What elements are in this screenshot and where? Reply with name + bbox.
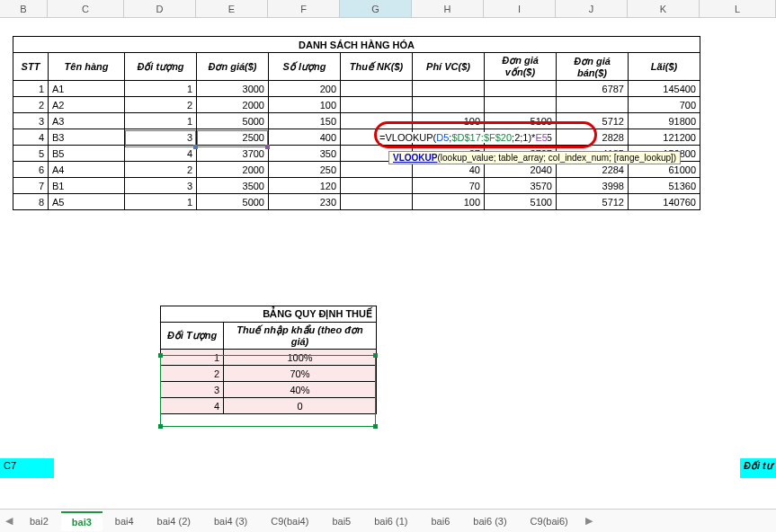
cell[interactable]: A4 — [49, 162, 125, 178]
cell[interactable]: 100 — [413, 113, 485, 129]
cell[interactable] — [413, 81, 485, 97]
cell[interactable]: 7 — [13, 178, 49, 194]
cell[interactable]: 120 — [269, 178, 341, 194]
sheet-tab[interactable]: bai2 — [19, 511, 59, 531]
cell[interactable] — [341, 113, 413, 129]
cell[interactable]: 3570 — [485, 178, 557, 194]
cell[interactable]: 40% — [224, 382, 377, 398]
cell[interactable]: 2 — [13, 97, 49, 113]
col-header-G[interactable]: G — [340, 0, 412, 17]
cell[interactable]: A2 — [49, 97, 125, 113]
cell[interactable]: 2000 — [197, 97, 269, 113]
cell[interactable]: 0 — [224, 398, 377, 414]
cell[interactable]: 1 — [125, 81, 197, 97]
cell[interactable]: 140760 — [629, 194, 700, 210]
cell[interactable]: 100% — [224, 350, 377, 366]
tab-next-icon[interactable]: ▶ — [580, 513, 598, 528]
cell[interactable] — [485, 97, 557, 113]
cell[interactable]: 700 — [629, 97, 700, 113]
cell[interactable]: 2 — [161, 366, 224, 382]
cell[interactable]: 4 — [13, 129, 49, 146]
table-row[interactable]: 1A1130002006787145400 — [13, 81, 700, 97]
sheet-tab[interactable]: bai4 — [104, 511, 145, 531]
cell[interactable]: 8 — [13, 194, 49, 210]
sheet-tab[interactable]: bai6 (1) — [363, 511, 418, 531]
cell[interactable]: 1 — [125, 113, 197, 129]
cell[interactable]: A5 — [49, 194, 125, 210]
cell[interactable]: 51360 — [629, 178, 700, 194]
sheet-tab[interactable]: bai5 — [321, 511, 361, 531]
cell[interactable]: 2 — [125, 97, 197, 113]
sheet-tab[interactable]: C9(bai4) — [260, 511, 319, 531]
col-header-L[interactable]: L — [700, 0, 776, 17]
table-row[interactable]: 8A51500023010051005712140760 — [13, 194, 700, 210]
tax-row[interactable]: 270% — [161, 366, 377, 382]
col-header-K[interactable]: K — [628, 0, 700, 17]
cell[interactable]: 3 — [125, 129, 197, 146]
cell[interactable]: 145400 — [629, 81, 700, 97]
cell[interactable]: 2 — [125, 162, 197, 178]
cell[interactable] — [341, 194, 413, 210]
cell[interactable]: 1 — [125, 194, 197, 210]
cell[interactable]: 5000 — [197, 113, 269, 129]
tax-row[interactable]: 40 — [161, 398, 377, 414]
cell[interactable]: 350 — [269, 146, 341, 162]
table-row[interactable]: 3A3150001501005100571291800 — [13, 113, 700, 129]
cell[interactable]: 3 — [161, 382, 224, 398]
cell[interactable]: 5 — [13, 146, 49, 162]
cell[interactable]: B3 — [49, 129, 125, 146]
cell[interactable]: 3 — [125, 178, 197, 194]
cell[interactable]: 6 — [13, 162, 49, 178]
sheet-tab[interactable]: bai6 — [420, 511, 460, 531]
cell[interactable]: 3700 — [197, 146, 269, 162]
cell[interactable] — [341, 178, 413, 194]
cell[interactable]: 2828 — [557, 129, 629, 146]
sheet-tab[interactable]: bai3 — [61, 511, 103, 531]
col-header-H[interactable]: H — [412, 0, 484, 17]
cell[interactable]: 3500 — [197, 178, 269, 194]
cell[interactable]: 100 — [269, 97, 341, 113]
table-row[interactable]: 2A222000100700 — [13, 97, 700, 113]
cell[interactable]: 250 — [269, 162, 341, 178]
cell[interactable]: 4 — [125, 146, 197, 162]
sheet-tab[interactable]: bai4 (2) — [147, 511, 201, 531]
col-header-C[interactable]: C — [48, 0, 124, 17]
cell[interactable]: 121200 — [629, 129, 700, 146]
cell[interactable]: 70 — [413, 178, 485, 194]
col-header-F[interactable]: F — [268, 0, 340, 17]
sheet-tab[interactable]: bai4 (3) — [203, 511, 258, 531]
cell[interactable]: 200 — [269, 81, 341, 97]
tax-row[interactable]: 340% — [161, 382, 377, 398]
tab-prev-icon[interactable]: ◀ — [0, 513, 18, 528]
cell[interactable]: 5712 — [557, 194, 629, 210]
col-header-E[interactable]: E — [196, 0, 268, 17]
cell[interactable]: 70% — [224, 366, 377, 382]
cell[interactable]: 91800 — [629, 113, 700, 129]
cell[interactable]: 3998 — [557, 178, 629, 194]
cell[interactable]: 3 — [13, 113, 49, 129]
cell[interactable]: 1 — [13, 81, 49, 97]
col-header-D[interactable]: D — [124, 0, 196, 17]
cell[interactable]: A1 — [49, 81, 125, 97]
cell[interactable]: 230 — [269, 194, 341, 210]
sheet-tab[interactable]: C9(bai6) — [520, 511, 579, 531]
cell[interactable]: 4 — [161, 398, 224, 414]
cell[interactable]: 5000 — [197, 194, 269, 210]
cell[interactable]: B5 — [49, 146, 125, 162]
cell[interactable] — [557, 97, 629, 113]
cell[interactable] — [413, 97, 485, 113]
cell[interactable]: 3000 — [197, 81, 269, 97]
cell[interactable] — [341, 81, 413, 97]
formula-editor[interactable]: =VLOOKUP(D5;$D$17:$F$20;2;1)*E5 — [379, 132, 548, 143]
cell[interactable]: B1 — [49, 178, 125, 194]
col-header-B[interactable]: B — [0, 0, 48, 17]
sheet-tab[interactable]: bai6 (3) — [462, 511, 517, 531]
table-row[interactable]: 4B3325004002525252828121200 — [13, 129, 700, 146]
col-header-I[interactable]: I — [484, 0, 556, 17]
cell[interactable] — [485, 81, 557, 97]
cell[interactable]: 100 — [413, 194, 485, 210]
cell[interactable]: 5712 — [557, 113, 629, 129]
cell[interactable]: 400 — [269, 129, 341, 146]
table-row[interactable]: 7B133500120703570399851360 — [13, 178, 700, 194]
cell[interactable]: 2500 — [197, 129, 269, 146]
